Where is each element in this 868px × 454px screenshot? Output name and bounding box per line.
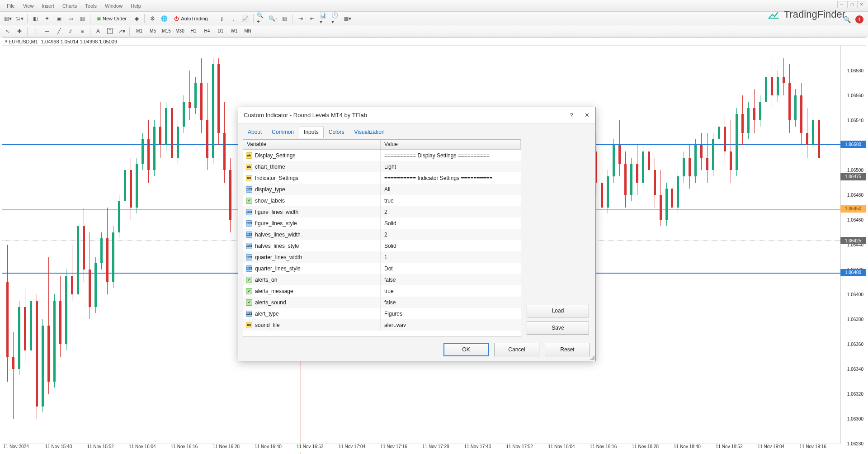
options-icon[interactable]: 🌐 (159, 14, 169, 24)
resize-grip[interactable] (590, 355, 594, 360)
menu-file[interactable]: File (3, 3, 19, 9)
arrows-icon[interactable]: ↗▾ (117, 26, 127, 36)
market-watch-icon[interactable]: ◧ (30, 14, 40, 24)
bar-chart-icon[interactable]: ⫿ (217, 14, 227, 24)
tab-colors[interactable]: Colors (324, 127, 349, 138)
candlestick-icon[interactable]: ⫿ (229, 14, 239, 24)
ok-button[interactable]: OK (443, 343, 489, 356)
tab-common[interactable]: Common (267, 127, 299, 138)
templates-icon[interactable]: ▦▾ (343, 14, 353, 24)
indicators-icon[interactable]: 📊▾ (319, 14, 329, 24)
auto-scroll-icon[interactable]: ⇥ (296, 14, 306, 24)
line-chart-icon[interactable]: 📈 (241, 14, 250, 24)
input-row[interactable]: 123halves_lines_width2 (243, 229, 521, 240)
input-row[interactable]: ✓alerts_onfalse (243, 274, 521, 285)
variable-value[interactable]: false (381, 297, 521, 308)
trendline-icon[interactable]: ╱ (54, 26, 64, 36)
tab-visualization[interactable]: Visualization (349, 127, 389, 138)
input-row[interactable]: 123quarter_lines_width1 (243, 251, 521, 263)
periodicity-icon[interactable]: 🕐▾ (331, 14, 341, 24)
horizontal-line-icon[interactable]: ─ (42, 26, 52, 36)
autotrading-button[interactable]: ⏻AutoTrading (171, 14, 211, 24)
crosshair-icon[interactable]: ✚ (14, 26, 24, 36)
reset-button[interactable]: Reset (545, 343, 590, 356)
input-row[interactable]: absound_filealert.wav (243, 319, 521, 331)
new-order-button[interactable]: ▣New Order (93, 14, 130, 24)
input-row[interactable]: ✓alerts_soundfalse (243, 297, 521, 308)
column-variable[interactable]: Variable (243, 140, 381, 149)
timeframe-h4[interactable]: H4 (200, 27, 214, 36)
expert-advisors-icon[interactable]: ⚙ (147, 14, 157, 24)
cursor-icon[interactable]: ↖ (3, 26, 13, 36)
zoom-out-icon[interactable]: 🔍- (268, 14, 278, 24)
menu-charts[interactable]: Charts (58, 3, 81, 9)
menu-help[interactable]: Help (127, 3, 145, 9)
input-row[interactable]: ✓show_labelstrue (243, 195, 521, 206)
collapse-icon[interactable]: ▾ (5, 38, 8, 44)
save-button[interactable]: Save (527, 321, 589, 335)
timeframe-w1[interactable]: W1 (227, 27, 241, 36)
maximize-button[interactable]: ◻ (847, 1, 856, 8)
zoom-in-icon[interactable]: 🔍+ (256, 14, 266, 24)
inputs-grid[interactable]: Variable Value abDisplay_Settings=======… (243, 139, 521, 336)
variable-value[interactable]: 2 (381, 229, 521, 240)
variable-value[interactable]: Solid (381, 240, 521, 251)
variable-value[interactable]: 1 (381, 251, 521, 263)
variable-value[interactable]: Figures (381, 308, 521, 319)
timeframe-mn[interactable]: MN (241, 27, 255, 36)
input-row[interactable]: abIndicator_Settings========== Indicator… (243, 172, 521, 184)
timeframe-m15[interactable]: M15 (160, 27, 173, 36)
input-row[interactable]: abDisplay_Settings========== Display Set… (243, 150, 521, 161)
input-row[interactable]: 123figure_lines_styleSolid (243, 218, 521, 229)
close-button[interactable]: ✕ (857, 1, 866, 8)
input-row[interactable]: 123alert_typeFigures (243, 308, 521, 319)
menu-insert[interactable]: Insert (38, 3, 58, 9)
menu-view[interactable]: View (19, 3, 38, 9)
timeframe-m5[interactable]: M5 (146, 27, 160, 36)
tab-about[interactable]: About (243, 127, 267, 138)
column-value[interactable]: Value (381, 140, 521, 149)
equidistant-channel-icon[interactable]: ⫽ (66, 26, 75, 36)
help-icon[interactable]: ? (568, 112, 575, 118)
terminal-icon[interactable]: ▭ (66, 14, 75, 24)
input-row[interactable]: abchart_themeLight (243, 161, 521, 172)
variable-value[interactable]: ========== Display Settings ========== (381, 150, 521, 161)
vertical-line-icon[interactable]: │ (30, 26, 40, 36)
timeframe-h1[interactable]: H1 (187, 27, 200, 36)
variable-value[interactable]: true (381, 285, 521, 297)
data-window-icon[interactable]: ▣ (54, 14, 64, 24)
variable-value[interactable]: false (381, 274, 521, 285)
new-chart-icon[interactable]: ▦▾ (3, 14, 13, 24)
fibonacci-icon[interactable]: ≡ (77, 26, 87, 36)
timeframe-d1[interactable]: D1 (214, 27, 227, 36)
timeframe-m1[interactable]: M1 (132, 27, 146, 36)
variable-value[interactable]: Light (381, 161, 521, 172)
text-icon[interactable]: A (93, 26, 103, 36)
variable-value[interactable]: Dot (381, 263, 521, 274)
input-row[interactable]: 123display_typeAll (243, 184, 521, 195)
input-row[interactable]: 123figure_lines_width2 (243, 206, 521, 218)
strategy-tester-icon[interactable]: ▦ (77, 14, 87, 24)
variable-value[interactable]: alert.wav (381, 319, 521, 331)
input-row[interactable]: 123quarter_lines_styleDot (243, 263, 521, 274)
timeframe-m30[interactable]: M30 (173, 27, 187, 36)
dialog-titlebar[interactable]: Custom Indicator - Round Levels MT4 by T… (238, 107, 595, 123)
variable-value[interactable]: ========== Indicator Settings ========== (381, 172, 521, 184)
input-row[interactable]: 123halves_lines_styleSolid (243, 240, 521, 251)
variable-value[interactable]: All (381, 184, 521, 195)
notification-badge[interactable]: 1 (855, 15, 863, 24)
input-row[interactable]: ✓alerts_messagetrue (243, 285, 521, 297)
tab-inputs[interactable]: Inputs (299, 127, 324, 138)
text-label-icon[interactable]: 🅃 (105, 26, 115, 36)
menu-tools[interactable]: Tools (81, 3, 101, 9)
minimize-button[interactable]: ─ (837, 1, 846, 8)
profiles-icon[interactable]: 🗂▾ (14, 14, 24, 24)
load-button[interactable]: Load (527, 304, 589, 317)
close-icon[interactable]: ✕ (584, 112, 590, 118)
cancel-button[interactable]: Cancel (494, 343, 539, 356)
menu-window[interactable]: Window (101, 3, 127, 9)
search-icon[interactable]: 🔍 (843, 16, 851, 23)
variable-value[interactable]: Solid (381, 218, 521, 229)
tile-windows-icon[interactable]: ▦ (280, 14, 290, 24)
chart-shift-icon[interactable]: ⇤ (307, 14, 317, 24)
